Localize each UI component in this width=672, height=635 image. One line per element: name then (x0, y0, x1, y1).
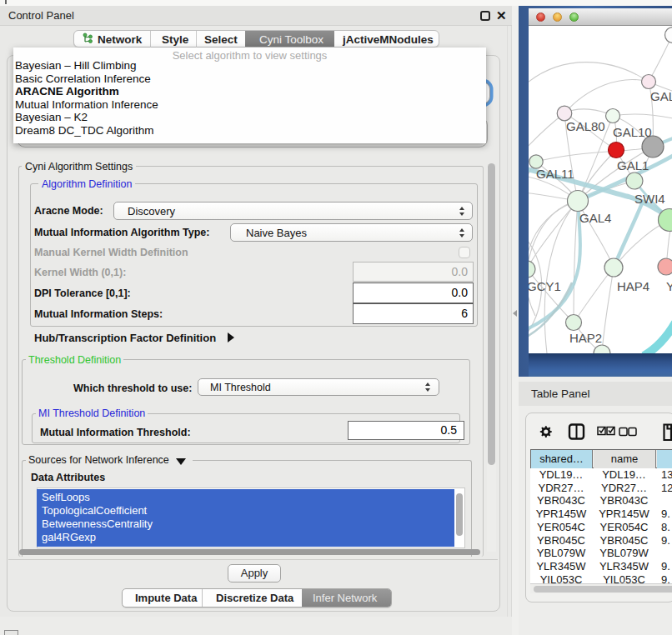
svg-text:GAL1: GAL1 (617, 158, 649, 172)
svg-text:SWI4: SWI4 (634, 192, 665, 206)
svg-text:HAP2: HAP2 (569, 331, 602, 345)
svg-text:GCY1: GCY1 (529, 279, 561, 293)
svg-text:GAL10: GAL10 (613, 125, 652, 139)
svg-text:GAL80: GAL80 (566, 119, 605, 133)
svg-text:GAL4: GAL4 (579, 211, 611, 225)
svg-text:Y: Y (666, 279, 672, 293)
svg-text:GAL8: GAL8 (650, 89, 672, 103)
svg-text:GAL11: GAL11 (536, 167, 574, 181)
svg-text:HAP4: HAP4 (617, 279, 649, 293)
